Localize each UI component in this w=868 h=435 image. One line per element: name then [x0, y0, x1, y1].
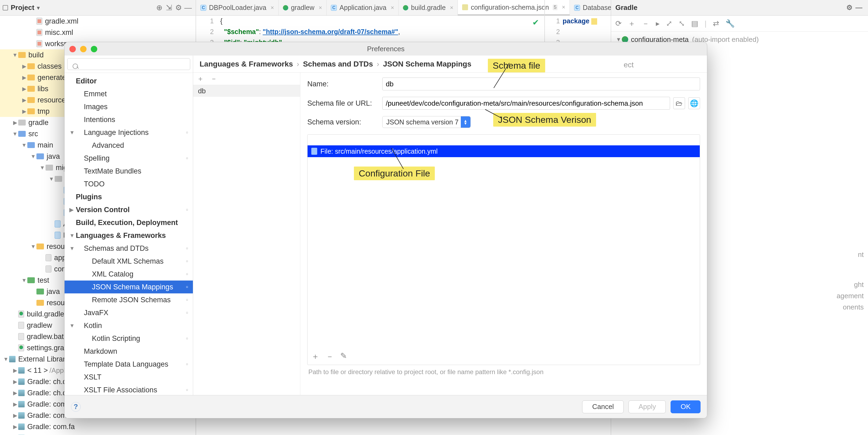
callout-schema-file: Schema file — [488, 59, 545, 72]
add-file-button[interactable]: ＋ — [311, 351, 319, 362]
close-tab-icon[interactable]: × — [391, 4, 394, 11]
mapping-item[interactable]: db — [193, 85, 300, 97]
browse-url-button[interactable]: 🌐 — [688, 97, 700, 109]
file-icon — [311, 148, 317, 155]
plus-icon[interactable]: ＋ — [628, 19, 636, 29]
settings-tree-item[interactable]: ▼Language Injections▫ — [65, 126, 193, 139]
settings-tree-item[interactable]: Default XML Schemas▫ — [65, 255, 193, 268]
settings-tree-item[interactable]: JavaFX▫ — [65, 306, 193, 319]
file-pattern-hint: Path to file or directory relative to pr… — [307, 365, 700, 376]
editor-splitter[interactable] — [545, 0, 545, 48]
project-scope-icon: ▫ — [186, 155, 188, 162]
gradle-toolbar: ⟳ ＋ － ▸ ⤢ ⤡ ▤ | ⇄ 🔧 — [611, 16, 868, 32]
name-field[interactable] — [382, 78, 700, 90]
editor-tab[interactable]: gradlew× — [279, 0, 327, 15]
project-scope-icon: ▫ — [186, 206, 188, 213]
minimize-window-button[interactable] — [80, 46, 87, 52]
remove-mapping-button[interactable]: － — [210, 74, 217, 83]
window-traffic-lights — [69, 46, 97, 52]
editor-tab[interactable]: CApplication.java× — [327, 0, 399, 15]
project-scope-icon: ▫ — [186, 386, 188, 394]
settings-tree-item[interactable]: XML Catalog▫ — [65, 268, 193, 281]
breadcrumb-item[interactable]: Schemas and DTDs — [303, 60, 373, 68]
settings-tree-item[interactable]: Kotlin Scripting▫ — [65, 332, 193, 345]
collapse-icon[interactable]: ⤡ — [679, 19, 685, 28]
settings-tree-item[interactable]: ▼Kotlin — [65, 319, 193, 332]
chevron-down-icon: ▾ — [37, 5, 40, 11]
gear-icon[interactable]: ⚙ — [174, 3, 183, 12]
settings-tree-item[interactable]: ▼Languages & Frameworks — [65, 229, 193, 242]
name-label: Name: — [307, 80, 382, 88]
ok-button[interactable]: OK — [671, 400, 701, 413]
close-tab-icon[interactable]: × — [562, 4, 565, 11]
run-icon[interactable]: ▸ — [656, 19, 659, 28]
settings-tree-item[interactable]: XSLT — [65, 371, 193, 383]
hide-panel-icon[interactable]: — — [183, 3, 193, 12]
schema-url-label: Schema file or URL: — [307, 99, 382, 108]
settings-tree-item[interactable]: ▶Version Control▫ — [65, 203, 193, 216]
schema-url-field[interactable] — [382, 97, 670, 110]
zoom-window-button[interactable] — [91, 46, 97, 52]
expand-icon[interactable]: ⤢ — [666, 19, 672, 28]
editor-tab[interactable]: configuration-schema.json5× — [458, 0, 570, 15]
wrench-icon[interactable]: 🔧 — [725, 19, 735, 28]
close-window-button[interactable] — [69, 46, 76, 52]
hide-panel-icon[interactable]: — — [854, 3, 864, 12]
tree-row[interactable]: ▶Gradle: com.fa — [0, 421, 195, 432]
settings-search-input[interactable] — [67, 58, 190, 70]
help-button[interactable]: ? — [71, 402, 81, 412]
refresh-icon[interactable]: ⟳ — [615, 19, 622, 28]
apply-button[interactable]: Apply — [628, 400, 666, 413]
settings-tree-item[interactable]: Emmet — [65, 87, 193, 100]
settings-tree-item[interactable]: Markdown — [65, 345, 193, 358]
close-tab-icon[interactable]: × — [450, 4, 454, 11]
settings-tree-item[interactable]: Images — [65, 100, 193, 113]
remove-file-button[interactable]: － — [326, 351, 334, 362]
project-scope-icon: ▫ — [186, 309, 188, 316]
callout-config-file: Configuration File — [354, 167, 435, 180]
browse-file-button[interactable]: 🗁 — [673, 97, 685, 109]
settings-content: Languages & Frameworks › Schemas and DTD… — [193, 56, 707, 395]
settings-tree-item[interactable]: XSLT File Associations▫ — [65, 383, 193, 395]
close-tab-icon[interactable]: × — [318, 4, 322, 11]
project-panel-header: Project ▾ ⊕ ⇲ ⚙ — — [0, 0, 195, 16]
close-tab-icon[interactable]: × — [271, 4, 274, 11]
mapping-form: Name: Schema file or URL: 🗁 🌐 Schema ver… — [300, 73, 707, 395]
minus-icon[interactable]: － — [642, 19, 649, 29]
editor-tab[interactable]: CDBPoolLoader.java× — [196, 0, 279, 15]
schema-version-select[interactable]: JSON schema version 7 ▲▼ — [382, 116, 471, 128]
settings-tree-item[interactable]: TextMate Bundles — [65, 165, 193, 177]
mappings-list: ＋ － db — [193, 73, 300, 395]
project-scope-icon: ▫ — [186, 284, 188, 290]
settings-tree-item[interactable]: Advanced — [65, 139, 193, 152]
cancel-button[interactable]: Cancel — [582, 400, 624, 413]
settings-tree-item[interactable]: Remote JSON Schemas▫ — [65, 293, 193, 306]
breadcrumb-item[interactable]: Languages & Frameworks — [199, 60, 293, 68]
tree-row[interactable]: ▶Gradle: com.fasterxml.jackson.datatype:… — [0, 432, 195, 435]
settings-tree-item[interactable]: Spelling▫ — [65, 152, 193, 165]
gear-icon[interactable]: ⚙ — [844, 3, 854, 12]
tree-row[interactable]: gradle.xml — [0, 16, 195, 27]
settings-tree-item[interactable]: ▼Schemas and DTDs▫ — [65, 242, 193, 255]
settings-tree-item[interactable]: JSON Schema Mappings▫ — [65, 281, 193, 293]
project-scope-icon: ▫ — [186, 361, 188, 368]
offline-icon[interactable]: ⇄ — [713, 19, 719, 28]
settings-tree-item[interactable]: Template Data Languages▫ — [65, 358, 193, 371]
callout-schema-version: JSON Schema Verison — [493, 113, 596, 126]
edit-file-button[interactable]: ✎ — [340, 351, 347, 362]
settings-tree-item[interactable]: Intentions — [65, 113, 193, 126]
tree-row[interactable]: misc.xml — [0, 27, 195, 38]
project-panel-title[interactable]: Project ▾ — [3, 3, 40, 12]
settings-tree-item[interactable]: Editor — [65, 75, 193, 87]
project-scope-icon: ▫ — [186, 258, 188, 265]
add-mapping-button[interactable]: ＋ — [197, 74, 204, 83]
collapse-icon[interactable]: ⇲ — [164, 3, 174, 12]
file-pattern-item[interactable]: File: src/main/resources/application.yml — [308, 145, 700, 157]
settings-tree-item[interactable]: Build, Execution, Deployment — [65, 216, 193, 229]
editor-tab[interactable]: build.gradle× — [399, 0, 458, 15]
settings-tree[interactable]: EditorEmmetImagesIntentions▼Language Inj… — [65, 73, 193, 395]
settings-tree-item[interactable]: TODO — [65, 177, 193, 191]
target-icon[interactable]: ⊕ — [154, 3, 164, 12]
settings-tree-item[interactable]: Plugins — [65, 191, 193, 203]
tasks-icon[interactable]: ▤ — [691, 19, 698, 28]
